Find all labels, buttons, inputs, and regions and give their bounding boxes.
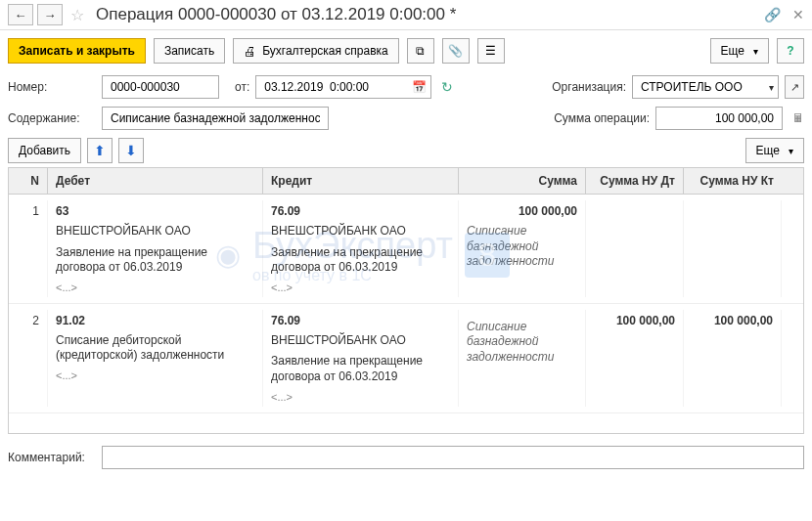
more-button[interactable]: Еще▾: [710, 38, 769, 64]
table-row[interactable]: 2 91.02 Списание дебиторской (кредиторск…: [9, 304, 803, 413]
help-button[interactable]: [777, 38, 804, 64]
save-button[interactable]: Записать: [154, 38, 225, 64]
accounting-report-label: Бухгалтерская справка: [262, 44, 388, 58]
cell-debit: 91.02 Списание дебиторской (кредиторской…: [48, 310, 263, 407]
list-icon: [485, 44, 496, 58]
entries-grid: N Дебет Кредит Сумма Сумма НУ Дт Сумма Н…: [8, 167, 804, 434]
col-credit[interactable]: Кредит: [263, 168, 459, 194]
help-icon: [787, 44, 793, 58]
col-nudt[interactable]: Сумма НУ Дт: [586, 168, 684, 194]
content-label: Содержание:: [8, 111, 96, 125]
col-n[interactable]: N: [9, 168, 48, 194]
cell-sum: Сиписание базнадежной задолженности: [459, 310, 586, 407]
number-input[interactable]: [102, 75, 219, 99]
move-up-button[interactable]: ⬆: [87, 138, 113, 163]
save-and-close-button[interactable]: Записать и закрыть: [8, 38, 146, 64]
grid-actions: Добавить ⬆ ⬇ Еще▾: [0, 134, 812, 167]
copy-button[interactable]: [407, 38, 434, 64]
cell-nudt: [586, 200, 684, 297]
calendar-icon[interactable]: 📅: [412, 80, 427, 94]
form-row-main: Номер: от: 📅 ↻ Организация: ▾ ↗: [0, 71, 812, 103]
col-debit[interactable]: Дебет: [48, 168, 263, 194]
sum-input[interactable]: [655, 107, 783, 130]
cell-nukt: [684, 200, 782, 297]
sum-label: Сумма операции:: [554, 111, 650, 125]
copy-icon: [416, 44, 425, 58]
attach-button[interactable]: [442, 38, 470, 64]
accounting-report-button[interactable]: Бухгалтерская справка: [233, 38, 399, 64]
org-select[interactable]: ▾: [632, 75, 779, 99]
window-title: Операция 0000-000030 от 03.12.2019 0:00:…: [96, 5, 760, 24]
main-toolbar: Записать и закрыть Записать Бухгалтерска…: [0, 30, 812, 71]
paperclip-icon: [448, 44, 463, 58]
titlebar: ← → ☆ Операция 0000-000030 от 03.12.2019…: [0, 0, 812, 30]
cell-n: 2: [9, 310, 48, 407]
comment-input[interactable]: [102, 446, 804, 469]
nav-back-button[interactable]: ←: [8, 4, 33, 25]
number-label: Номер:: [8, 80, 96, 94]
cell-credit: 76.09 ВНЕШСТРОЙБАНК ОАО Заявление на пре…: [263, 200, 459, 297]
calculator-icon[interactable]: 🖩: [792, 111, 804, 125]
move-down-button[interactable]: ⬇: [118, 138, 144, 163]
table-row[interactable]: 1 63 ВНЕШСТРОЙБАНК ОАО Заявление на прек…: [9, 195, 803, 304]
grid-more-label: Еще: [756, 144, 780, 157]
cell-n: 1: [9, 200, 48, 297]
col-sum[interactable]: Сумма: [459, 168, 586, 194]
printer-icon: [244, 44, 256, 59]
org-open-button[interactable]: ↗: [785, 75, 804, 99]
date-input[interactable]: 📅: [255, 75, 431, 99]
more-label: Еще: [721, 44, 744, 58]
grid-header: N Дебет Кредит Сумма Сумма НУ Дт Сумма Н…: [9, 168, 803, 195]
grid-more-button[interactable]: Еще▾: [745, 138, 804, 163]
cell-credit: 76.09 ВНЕШСТРОЙБАНК ОАО Заявление на пре…: [263, 310, 459, 407]
from-label: от:: [235, 80, 249, 94]
cell-nudt: 100 000,00: [586, 310, 684, 407]
comment-label: Комментарий:: [8, 451, 96, 464]
list-button[interactable]: [477, 38, 505, 64]
refresh-icon[interactable]: ↻: [441, 79, 453, 95]
add-row-button[interactable]: Добавить: [8, 138, 81, 163]
nav-forward-button[interactable]: →: [37, 4, 63, 25]
link-icon[interactable]: 🔗: [764, 7, 781, 22]
favorite-star-icon[interactable]: ☆: [70, 6, 84, 24]
col-nukt[interactable]: Сумма НУ Кт: [684, 168, 782, 194]
cell-nukt: 100 000,00: [684, 310, 782, 407]
chevron-down-icon: ▾: [769, 82, 774, 93]
form-row-comment: Комментарий:: [0, 442, 812, 473]
cell-debit: 63 ВНЕШСТРОЙБАНК ОАО Заявление на прекра…: [48, 200, 263, 297]
org-label: Организация:: [552, 80, 626, 94]
content-input[interactable]: [102, 107, 329, 130]
form-row-content: Содержание: Сумма операции: 🖩: [0, 103, 812, 134]
close-icon[interactable]: ✕: [792, 7, 804, 22]
cell-sum: 100 000,00 Сиписание базнадежной задолже…: [459, 200, 586, 297]
